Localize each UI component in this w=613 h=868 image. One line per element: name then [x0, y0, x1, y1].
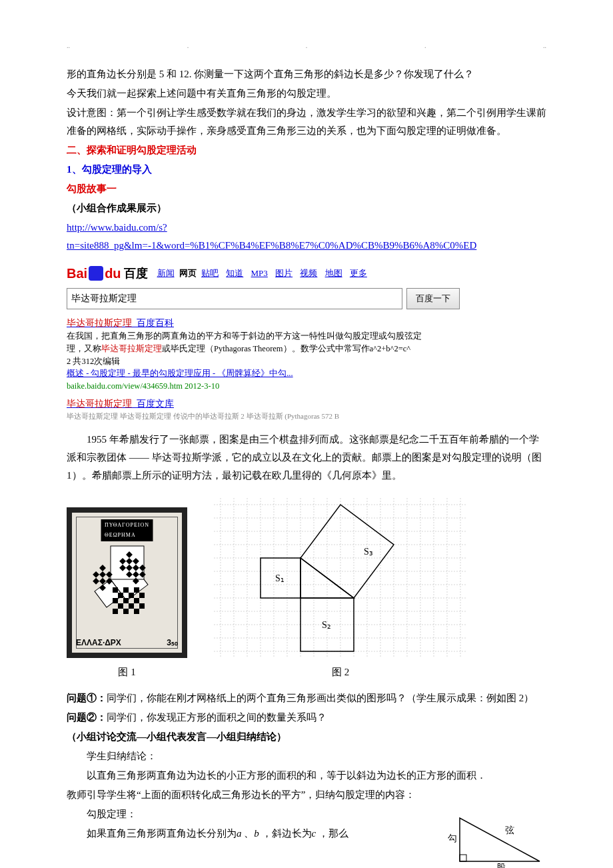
svg-rect-25: [93, 578, 99, 585]
svg-rect-21: [99, 571, 106, 578]
nav-more[interactable]: 更多: [350, 268, 367, 278]
baidu-nav: 新闻 网页 贴吧 知道 MP3 图片 视频 地图 更多: [155, 265, 370, 281]
nav-news[interactable]: 新闻: [157, 268, 175, 278]
nav-web[interactable]: 网页: [179, 268, 197, 278]
label-s3: S₃: [364, 547, 373, 557]
svg-rect-11: [123, 598, 129, 603]
intro-p3: 设计意图：第一个引例让学生感受数学就在我们的身边，激发学生学习的欲望和兴趣，第二…: [67, 104, 546, 140]
svg-marker-46: [460, 818, 540, 861]
section-2-sub1: 1、勾股定理的导入: [67, 161, 546, 179]
svg-rect-14: [129, 603, 134, 609]
baidu-url-link[interactable]: http://www.baidu.com/s?tn=site888_pg&lm=…: [67, 222, 476, 251]
svg-rect-8: [129, 593, 134, 598]
section-2-title: 二、探索和证明勾股定理活动: [67, 141, 546, 159]
result-1-sublinks[interactable]: 概述 - 勾股定理 - 最早的勾股定理应用 - 《周髀算经》中勾...: [67, 369, 293, 378]
caption-fig2: 图 2: [214, 663, 467, 681]
svg-rect-15: [139, 603, 145, 609]
teacher-guide: 教师引导学生将“上面的面积转化成三角形边长的平方”，归纳勾股定理的内容：: [67, 786, 546, 804]
svg-rect-5: [123, 587, 129, 593]
svg-rect-47: [460, 855, 466, 861]
group-discuss: （小组讨论交流—小组代表发言—小组归纳结论）: [67, 728, 546, 746]
nav-image[interactable]: 图片: [275, 268, 293, 278]
svg-rect-10: [113, 598, 118, 603]
svg-rect-7: [118, 593, 123, 598]
intro-p1: 形的直角边长分别是 5 和 12. 你测量一下这两个直角三角形的斜边长是多少？你…: [67, 65, 546, 83]
svg-text:股: 股: [496, 863, 506, 868]
baidu-paw-icon: [89, 266, 103, 281]
svg-rect-13: [118, 603, 123, 609]
group-show: （小组合作成果展示）: [67, 199, 546, 217]
svg-rect-18: [134, 609, 139, 614]
student-conclusion-label: 学生归纳结论：: [67, 747, 546, 765]
nav-zhidao[interactable]: 知道: [226, 268, 243, 278]
story-title: 勾股故事一: [67, 180, 546, 198]
svg-rect-17: [123, 609, 129, 614]
caption-fig1: 图 1: [67, 663, 187, 681]
header-dots: .......: [67, 40, 546, 52]
question-1: 问题①：同学们，你能在刚才网格纸上的两个直角三角形画出类似的图形吗？（学生展示成…: [67, 689, 546, 707]
nav-map[interactable]: 地图: [325, 268, 342, 278]
svg-rect-12: [134, 598, 139, 603]
svg-text:勾: 勾: [448, 833, 457, 843]
search-button[interactable]: 百度一下: [406, 288, 460, 309]
svg-rect-41: [214, 498, 467, 658]
squares-diagram: S₁ S₂ S₃: [214, 498, 467, 658]
baidu-logo: Bai du 百度: [67, 261, 148, 285]
svg-rect-23: [93, 571, 99, 578]
nav-video[interactable]: 视频: [300, 268, 317, 278]
result-2-title[interactable]: 毕达哥拉斯定理_百度文库: [67, 399, 174, 409]
svg-rect-6: [134, 587, 139, 593]
stamp-figure: ΠΥΘΑΓΟΡΕΙΟΝΘΕΩΡΗΜΑ: [67, 507, 187, 658]
label-s1: S₁: [275, 573, 285, 583]
right-triangle-figure: 勾 弦 股: [446, 808, 546, 868]
svg-text:弦: 弦: [505, 825, 514, 835]
svg-rect-19: [99, 565, 106, 571]
svg-rect-9: [139, 593, 145, 598]
nav-tieba[interactable]: 贴吧: [201, 268, 219, 278]
intro-p2: 今天我们就一起探索上述问题中有关直角三角形的勾股定理。: [67, 85, 546, 103]
search-input[interactable]: [67, 288, 402, 309]
stamp-checkerboard-icon: [91, 539, 164, 619]
result-1: 毕达哥拉斯定理_百度百科 在我国，把直角三角形的两直角边的平方和等于斜边的平方这…: [67, 316, 546, 393]
svg-rect-16: [113, 609, 118, 614]
svg-rect-4: [113, 587, 118, 593]
nav-mp3[interactable]: MP3: [251, 268, 268, 278]
label-s2: S₂: [322, 620, 331, 630]
question-2: 问题②：同学们，你发现正方形的面积之间的数量关系吗？: [67, 709, 546, 727]
result-1-title[interactable]: 毕达哥拉斯定理_百度百科: [67, 318, 174, 328]
baidu-screenshot: Bai du 百度 新闻 网页 贴吧 知道 MP3 图片 视频 地图 更多 百度…: [67, 261, 546, 421]
student-conclusion: 以直角三角形两直角边为边长的小正方形的面积的和，等于以斜边为边长的正方形的面积．: [67, 767, 546, 785]
body-p1: 1955 年希腊发行了一张邮票，图案是由三个棋盘排列而成。这张邮票是纪念二千五百…: [67, 431, 546, 485]
result-2: 毕达哥拉斯定理_百度文库 毕达哥拉斯定理 毕达哥拉斯定理 传说中的毕达哥拉斯 2…: [67, 397, 546, 422]
